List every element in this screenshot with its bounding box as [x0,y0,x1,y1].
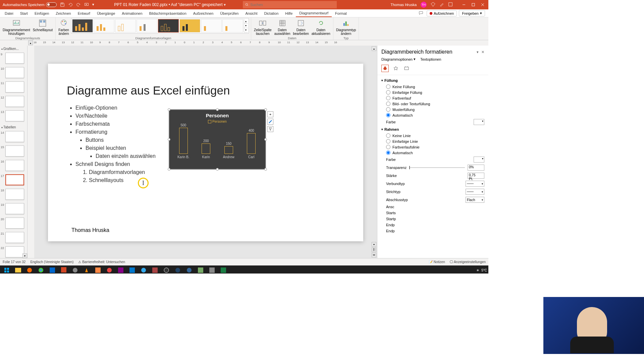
more-icon[interactable]: ▾ [92,2,97,7]
app-icon[interactable] [207,266,217,274]
tab-einfuegen[interactable]: Einfügen [31,9,52,17]
app-icon[interactable] [195,266,206,274]
save-icon[interactable] [60,2,65,7]
tab-aufzeichnen[interactable]: Aufzeichnen [190,9,217,17]
dash-type-select[interactable] [466,189,484,195]
language-indicator[interactable]: Englisch (Vereinigte Staaten) [30,260,73,264]
fill-section[interactable]: Füllung [381,77,485,84]
section-header[interactable]: Grafiken... [1,46,26,51]
select-data-button[interactable]: Daten auswählen [274,18,291,36]
style-thumb[interactable] [137,19,157,33]
chart-styles-gallery[interactable]: ▴▾▾ [71,18,249,34]
chart-legend[interactable]: Personen [169,120,265,123]
width-value[interactable]: 0,75 Pt. [468,173,484,179]
explorer-icon[interactable] [13,266,23,274]
minimize-button[interactable] [460,1,468,8]
autosave-toggle[interactable] [46,2,57,7]
app-icon[interactable] [104,266,115,274]
gallery-more[interactable]: ▴▾▾ [244,19,248,33]
vlc-icon[interactable] [81,266,92,274]
slide-thumbnail[interactable]: 16 [5,160,25,171]
diamond-icon[interactable] [431,2,435,7]
slide-thumbnail[interactable]: 12 [5,96,25,107]
line-gradient-radio[interactable] [386,145,390,149]
telegram-icon[interactable] [138,266,149,274]
chart-object[interactable]: + Personen Personen 500Karin B.200Karin1… [169,109,266,170]
cap-type-select[interactable]: Flach [466,197,484,203]
transparency-value[interactable]: 0% [468,165,484,171]
tab-datei[interactable]: Datei [1,9,17,17]
slide-thumbnail[interactable]: 9 [5,53,25,64]
slide-thumbnail[interactable]: 21 [5,232,25,243]
slide-thumbnails[interactable]: Grafiken... 910111213 Tabellen 141516171… [0,46,28,258]
change-colors-button[interactable]: Farben ändern [58,18,70,36]
maximize-button[interactable] [469,1,478,8]
resize-handle[interactable] [264,138,267,141]
fill-gradient-radio[interactable] [386,96,390,100]
size-props-icon[interactable] [403,65,410,72]
slide-thumbnail[interactable]: 19 [5,203,25,214]
chart-elements-button[interactable]: + [267,111,273,117]
slide-counter[interactable]: Folie 17 von 32 [3,260,25,264]
chrome-icon[interactable] [36,266,46,274]
line-none-radio[interactable] [386,133,390,138]
app-icon[interactable] [70,266,80,274]
line-auto-radio[interactable] [386,150,390,155]
notes-button[interactable]: 📝 Notizen [429,260,445,264]
window-icon[interactable] [448,2,453,7]
tab-zeichnen[interactable]: Zeichnen [52,9,74,17]
fill-pattern-radio[interactable] [386,107,390,112]
slide-thumbnail[interactable]: 14 [5,131,25,142]
edit-data-button[interactable]: Daten bearbeiten [292,18,310,36]
share-button[interactable]: Freigeben ▾ [459,10,485,16]
tab-ansicht[interactable]: Ansicht [242,9,261,17]
chart-styles-button[interactable] [267,119,273,125]
start-button[interactable] [1,266,12,274]
resize-handle[interactable] [216,168,219,171]
chart-plot-area[interactable]: 500Karin B.200Karin150Andrew400Carl [169,125,265,159]
tab-hilfe[interactable]: Hilfe [282,9,296,17]
next-slide-icon[interactable]: ⬲ [372,253,376,257]
scroll-up-icon[interactable]: ▴ [28,41,33,45]
style-thumb[interactable] [179,19,200,33]
slide-thumbnail[interactable]: 18 [5,189,25,200]
chart-options-tab[interactable]: Diagrammoptionen ▾ [381,57,416,61]
scroll-up-icon[interactable]: ▴ [372,46,376,51]
pen-icon[interactable] [439,2,444,7]
slideshow-icon[interactable] [84,2,89,7]
compound-type-select[interactable] [466,181,484,187]
user-name[interactable]: Thomas Hruska [390,3,417,7]
tab-uebergaenge[interactable]: Übergänge [94,9,118,17]
tab-dictation[interactable]: Dictation [261,9,282,17]
search-box[interactable] [243,1,337,8]
display-settings[interactable]: 🖵 Anzeigeeinstellungen [450,260,486,264]
redo-icon[interactable] [76,2,81,7]
style-thumb[interactable] [72,19,93,33]
effects-icon[interactable] [392,65,399,72]
slide-thumbnail[interactable]: 20 [5,218,25,229]
close-button[interactable] [478,1,487,8]
tab-bildschirm[interactable]: Bildschirmpräsentation [146,9,190,17]
fill-picture-radio[interactable] [386,102,390,106]
fill-none-radio[interactable] [386,84,390,89]
line-color-picker[interactable] [474,157,484,163]
app-icon[interactable] [150,266,160,274]
slide-thumbnail[interactable]: 17 [5,174,25,185]
slide-canvas[interactable]: Diagramme aus Excel einfügen Einfüge-Opt… [48,64,363,241]
style-thumb[interactable] [115,19,136,33]
chart-filters-button[interactable] [267,126,273,132]
refresh-data-button[interactable]: Daten aktualisieren [311,18,331,36]
chart-title[interactable]: Personen [169,110,265,118]
tab-start[interactable]: Start [17,9,31,17]
firefox-icon[interactable] [24,266,35,274]
fill-line-icon[interactable] [381,65,389,72]
weather-icon[interactable]: ☀ [476,268,479,272]
style-thumb[interactable] [158,19,179,33]
slide-thumbnail[interactable]: 13 [5,110,25,121]
obs-icon[interactable] [161,266,172,274]
tab-diagrammentwurf[interactable]: Diagrammentwurf [296,9,332,17]
system-tray[interactable]: ☀ 5°C [476,268,487,272]
accessibility-check[interactable]: ⚠ Barrierefreiheit: Untersuchen [78,260,125,264]
tab-entwurf[interactable]: Entwurf [74,9,94,17]
search-input[interactable] [250,3,335,7]
